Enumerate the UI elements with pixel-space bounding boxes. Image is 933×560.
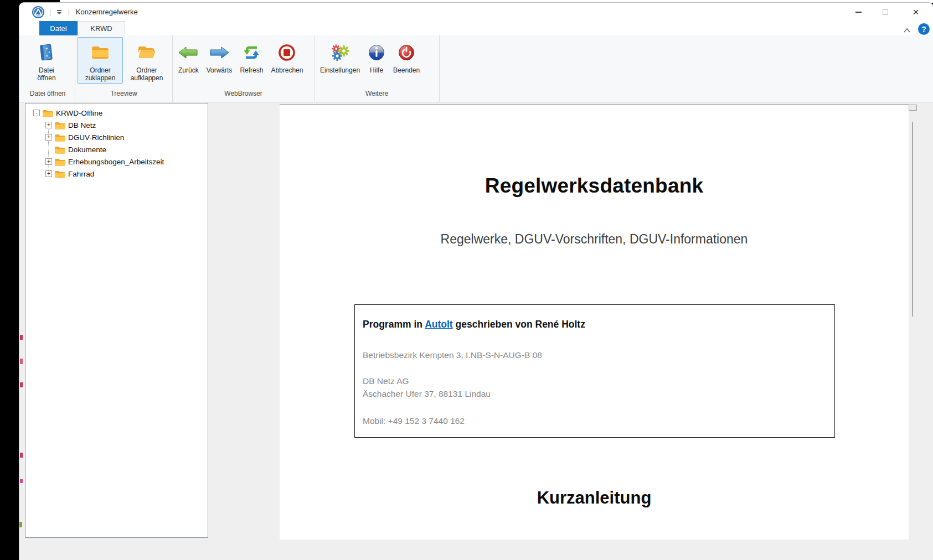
maximize-icon: [883, 9, 888, 15]
info-heading-prefix: Programm in: [363, 319, 425, 330]
group-label: WebBrowser: [174, 87, 312, 97]
ordner-aufklappen-button[interactable]: Ordner aufklappen: [124, 37, 169, 84]
folder-icon: [54, 170, 65, 178]
document: Regelwerksdatenbank Regelwerke, DGUV-Vor…: [280, 105, 909, 508]
tree-item-label: KRWD-Offline: [56, 109, 102, 117]
ribbon-group-webbrowser: Zurück Vorwärts: [173, 35, 315, 102]
ribbon-group-weitere: Einstellungen Hilfe: [315, 35, 440, 102]
arrow-left-icon: [178, 40, 198, 65]
tab-datei[interactable]: Datei: [39, 21, 78, 35]
info-line-bezirk: Betriebsbezirk Kempten 3, I.NB-S-N-AUG-B…: [363, 350, 826, 360]
refresh-button[interactable]: Refresh: [236, 37, 266, 76]
info-heading-suffix: geschrieben von René Holtz: [453, 319, 585, 330]
tree-item-label: Dokumente: [68, 146, 106, 154]
info-line-mobile: Mobil: +49 152 3 7440 162: [363, 416, 826, 426]
tree-item-label: Fahrrad: [68, 170, 94, 178]
scrollbar-thumb[interactable]: [912, 122, 913, 317]
folder-closed-icon: [91, 40, 110, 65]
power-icon: [398, 40, 415, 65]
info-sphere-icon: [368, 40, 385, 65]
tree-item-krwd-offline[interactable]: - KRWD-Offline: [25, 107, 208, 119]
screen-artifact: [19, 522, 22, 527]
folder-icon: [54, 121, 65, 129]
tree-item-erhebungsbogen[interactable]: + Erhebungsbogen_Arbeitszeit: [25, 155, 208, 168]
close-button[interactable]: ×: [906, 3, 925, 21]
button-label: Refresh: [240, 66, 263, 74]
folder-open-icon: [137, 40, 156, 65]
app-icon[interactable]: [32, 6, 44, 18]
expand-toggle-icon[interactable]: +: [45, 122, 52, 128]
author-info-box: Programm in AutoIt geschrieben von René …: [354, 304, 835, 438]
expand-toggle-icon[interactable]: +: [45, 158, 52, 165]
help-icon: ?: [921, 25, 926, 34]
tree-item-fahrrad[interactable]: + Fahrrad: [25, 168, 208, 180]
section-heading: Kurzanleitung: [280, 488, 909, 508]
tree-item-label: DB Netz: [68, 121, 96, 129]
beenden-button[interactable]: Beenden: [390, 37, 423, 76]
collapse-toggle-icon[interactable]: -: [33, 110, 40, 116]
tree-item-db-netz[interactable]: + DB Netz: [25, 119, 208, 131]
arrow-right-icon: [209, 40, 229, 65]
folder-tree-panel: - KRWD-Offline + DB Netz + DGUV-Richlini…: [25, 103, 208, 538]
titlebar-separator: |: [49, 8, 51, 16]
screen-artifact: [20, 453, 23, 458]
app-window: | | Konzernregelwerke × Datei KRWD ?: [19, 3, 933, 560]
ribbon-group-treeview: Ordner zuklappen Ordner aufklappen Treev…: [75, 35, 173, 102]
maximize-button[interactable]: [876, 3, 895, 21]
ribbon-group-datei-oeffnen: Datei öffnen Datei öffnen: [20, 35, 75, 102]
button-label: Zurück: [178, 66, 199, 74]
button-label: Beenden: [393, 66, 420, 74]
collapse-ribbon-button[interactable]: [903, 25, 911, 31]
quick-access-customize-icon[interactable]: [56, 10, 63, 14]
titlebar-separator: |: [68, 8, 69, 16]
stop-icon: [278, 40, 296, 65]
tree-item-label: Erhebungsbogen_Arbeitszeit: [68, 158, 164, 166]
tree-item-dokumente[interactable]: Dokumente: [25, 143, 208, 155]
abbrechen-button[interactable]: Abbrechen: [267, 37, 306, 76]
screen-artifact: [20, 359, 23, 364]
vorwaerts-button[interactable]: Vorwärts: [203, 37, 236, 76]
help-button[interactable]: ?: [918, 23, 930, 35]
button-label: Vorwärts: [207, 66, 233, 74]
group-label: Datei öffnen: [22, 87, 73, 97]
button-label: Ordner zuklappen: [81, 66, 120, 82]
group-label: Weitere: [316, 87, 437, 97]
info-line-street: Äschacher Ufer 37, 88131 Lindau: [363, 387, 826, 400]
screen-artifact: [20, 335, 23, 340]
folder-icon: [54, 133, 65, 142]
window-title: Konzernregelwerke: [76, 8, 138, 16]
button-label: Hilfe: [370, 66, 383, 74]
info-line-company: DB Netz AG: [363, 375, 826, 387]
folder-icon: [54, 158, 65, 166]
file-open-icon: [37, 40, 56, 65]
tree-item-dguv-richlinien[interactable]: + DGUV-Richlinien: [25, 131, 208, 143]
einstellungen-button[interactable]: Einstellungen: [317, 37, 363, 76]
expand-toggle-icon[interactable]: +: [45, 170, 52, 177]
button-label: Einstellungen: [320, 66, 360, 74]
expand-toggle-icon[interactable]: +: [45, 134, 52, 141]
tree-item-label: DGUV-Richlinien: [68, 133, 124, 142]
page-subtitle: Regelwerke, DGUV-Vorschriften, DGUV-Info…: [280, 232, 909, 247]
hilfe-button[interactable]: Hilfe: [364, 37, 389, 76]
autoit-link[interactable]: AutoIt: [425, 319, 453, 330]
info-line-address: DB Netz AG Äschacher Ufer 37, 88131 Lind…: [363, 375, 826, 400]
minimize-icon: [855, 12, 862, 13]
ribbon-tab-row: Datei KRWD ?: [19, 21, 933, 35]
datei-oeffnen-button[interactable]: Datei öffnen: [30, 37, 63, 84]
close-icon: ×: [913, 7, 919, 17]
screen-artifact: [20, 479, 23, 483]
group-label: Treeview: [77, 87, 171, 97]
scrollbar-button[interactable]: [909, 105, 917, 111]
zurueck-button[interactable]: Zurück: [175, 37, 202, 76]
folder-icon: [42, 109, 53, 117]
gears-icon: [331, 40, 349, 65]
screen-artifact: [20, 382, 23, 387]
refresh-icon: [243, 40, 260, 65]
info-heading: Programm in AutoIt geschrieben von René …: [363, 319, 826, 330]
tab-krwd[interactable]: KRWD: [78, 21, 125, 35]
minimize-button[interactable]: [849, 3, 868, 21]
ordner-zuklappen-button[interactable]: Ordner zuklappen: [78, 37, 123, 84]
button-label: Ordner aufklappen: [127, 66, 166, 82]
ribbon: Datei öffnen Datei öffnen Ordner zuklapp…: [19, 35, 933, 102]
button-label: Datei öffnen: [33, 66, 60, 82]
